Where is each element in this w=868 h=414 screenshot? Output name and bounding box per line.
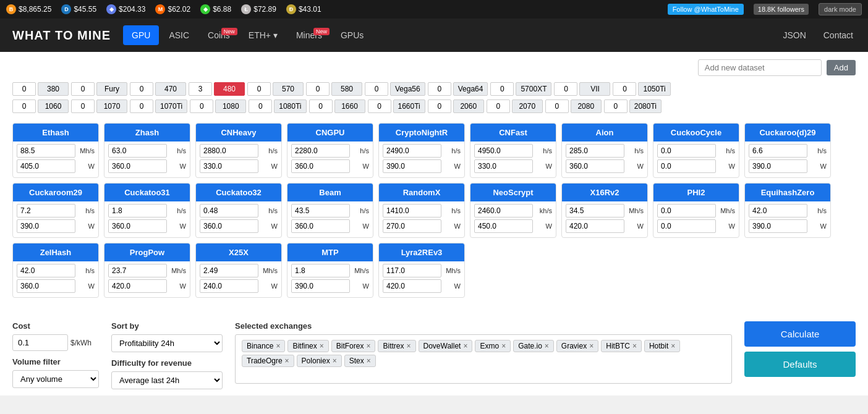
gpu-label-570[interactable]: 570	[273, 82, 304, 96]
algo-power-input[interactable]	[657, 219, 716, 233]
algo-hashrate-input[interactable]	[200, 144, 258, 158]
algo-power-input[interactable]	[749, 159, 807, 173]
algo-power-input[interactable]	[291, 159, 350, 173]
exchange-remove-binance[interactable]: ×	[276, 342, 280, 350]
algo-header-cuckaroom29[interactable]: Cuckaroom29	[13, 184, 98, 201]
algo-header-x25x[interactable]: X25X	[196, 243, 281, 261]
gpu-num-1660[interactable]	[309, 99, 333, 113]
algo-hashrate-input[interactable]	[474, 204, 533, 218]
gpu-num-470[interactable]	[130, 82, 153, 96]
algo-power-input[interactable]	[200, 219, 258, 233]
gpu-label-1080[interactable]: 1080	[215, 99, 246, 113]
algo-header-cngpu[interactable]: CNGPU	[287, 124, 373, 142]
gpu-num-1060[interactable]	[12, 99, 36, 113]
algo-header-zelhash[interactable]: ZelHash	[13, 243, 98, 261]
nav-gpus[interactable]: GPUs	[332, 25, 372, 45]
algo-hashrate-input[interactable]	[657, 204, 716, 218]
algo-power-input[interactable]	[657, 159, 716, 173]
gpu-num-vega64[interactable]	[428, 82, 451, 96]
algo-header-cuckaroo-d-29[interactable]: Cuckaroo(d)29	[745, 124, 830, 142]
algo-power-input[interactable]	[108, 159, 167, 173]
algo-power-input[interactable]	[383, 279, 441, 293]
algo-power-input[interactable]	[566, 219, 624, 233]
algo-header-mtp[interactable]: MTP	[287, 243, 373, 261]
gpu-num-vii[interactable]	[554, 82, 577, 96]
algo-hashrate-input[interactable]	[108, 144, 167, 158]
algo-header-cryptonightr[interactable]: CryptoNightR	[379, 124, 464, 142]
defaults-button[interactable]: Defaults	[744, 352, 856, 377]
gpu-num-1070[interactable]	[71, 99, 95, 113]
algo-hashrate-input[interactable]	[291, 264, 350, 277]
gpu-num-5700xt[interactable]	[490, 82, 514, 96]
algo-power-input[interactable]	[291, 279, 350, 293]
algo-power-input[interactable]	[200, 159, 258, 173]
gpu-label-vega56[interactable]: Vega56	[390, 82, 425, 96]
algo-hashrate-input[interactable]	[291, 204, 350, 218]
gpu-num-1050ti[interactable]	[613, 82, 636, 96]
dataset-add-button[interactable]: Add	[827, 60, 856, 75]
gpu-num-1080ti[interactable]	[249, 99, 272, 113]
algo-power-input[interactable]	[108, 279, 167, 293]
exchange-remove-gate-io[interactable]: ×	[545, 342, 549, 350]
gpu-label-480[interactable]: 480	[214, 82, 245, 96]
algo-hashrate-input[interactable]	[17, 264, 75, 277]
gpu-label-1660ti[interactable]: 1660Ti	[393, 99, 425, 113]
gpu-num-vega56[interactable]	[365, 82, 388, 96]
nav-contact[interactable]: Contact	[821, 25, 856, 45]
calculate-button[interactable]: Calculate	[744, 321, 856, 347]
gpu-label-380[interactable]: 380	[38, 82, 69, 96]
nav-gpu[interactable]: GPU	[123, 25, 159, 45]
gpu-label-1050ti[interactable]: 1050Ti	[638, 82, 670, 96]
algo-header-equihashzero[interactable]: EquihashZero	[745, 184, 830, 201]
algo-hashrate-input[interactable]	[108, 204, 167, 218]
algo-hashrate-input[interactable]	[749, 204, 807, 218]
exchange-remove-stex[interactable]: ×	[367, 357, 371, 365]
gpu-label-470[interactable]: 470	[155, 82, 186, 96]
gpu-num-2070[interactable]	[487, 99, 510, 113]
algo-header-x16rv2[interactable]: X16Rv2	[562, 184, 647, 201]
algo-power-input[interactable]	[474, 159, 533, 173]
exchange-remove-poloniex[interactable]: ×	[333, 357, 337, 365]
algo-hashrate-input[interactable]	[749, 144, 807, 158]
algo-power-input[interactable]	[383, 219, 441, 233]
nav-eth-plus[interactable]: ETH+ ▾	[240, 25, 286, 45]
algo-header-cnheavy[interactable]: CNHeavy	[196, 124, 281, 142]
algo-power-input[interactable]	[749, 219, 807, 233]
algo-header-zhash[interactable]: Zhash	[104, 124, 190, 142]
algo-hashrate-input[interactable]	[474, 144, 533, 158]
gpu-num-2060[interactable]	[428, 99, 451, 113]
gpu-num-2080[interactable]	[545, 99, 569, 113]
exchange-remove-exmo[interactable]: ×	[501, 342, 506, 350]
gpu-num-580[interactable]	[306, 82, 330, 96]
algo-hashrate-input[interactable]	[108, 264, 167, 277]
gpu-label-1070ti[interactable]: 1070Ti	[155, 99, 187, 113]
gpu-num-fury[interactable]	[71, 82, 95, 96]
gpu-num-480[interactable]	[189, 82, 212, 96]
gpu-num-1660ti[interactable]	[368, 99, 391, 113]
algo-hashrate-input[interactable]	[200, 204, 258, 218]
algo-header-aion[interactable]: Aion	[562, 124, 647, 142]
algo-header-randomx[interactable]: RandomX	[379, 184, 464, 201]
gpu-num-1070ti[interactable]	[130, 99, 153, 113]
gpu-label-2080ti[interactable]: 2080Ti	[629, 99, 662, 113]
exchange-remove-bitforex[interactable]: ×	[366, 342, 370, 350]
gpu-num-2080ti[interactable]	[604, 99, 628, 113]
gpu-label-2080[interactable]: 2080	[571, 99, 602, 113]
difficulty-select[interactable]: Average last 24h	[111, 371, 223, 389]
algo-header-cnfast[interactable]: CNFast	[470, 124, 556, 142]
gpu-label-vega64[interactable]: Vega64	[453, 82, 488, 96]
gpu-label-2070[interactable]: 2070	[512, 99, 543, 113]
gpu-label-vii[interactable]: VII	[579, 82, 610, 96]
gpu-label-580[interactable]: 580	[331, 82, 362, 96]
algo-power-input[interactable]	[566, 159, 624, 173]
algo-header-phi2[interactable]: PHI2	[653, 184, 739, 201]
algo-header-lyra2rev3[interactable]: Lyra2REv3	[379, 243, 464, 261]
exchange-remove-bittrex[interactable]: ×	[406, 342, 411, 350]
gpu-label-5700xt[interactable]: 5700XT	[516, 82, 551, 96]
exchange-remove-hitbtc[interactable]: ×	[632, 342, 637, 350]
algo-hashrate-input[interactable]	[291, 144, 350, 158]
nav-asic[interactable]: ASIC	[160, 25, 198, 45]
algo-power-input[interactable]	[17, 159, 75, 173]
dataset-input[interactable]	[698, 59, 822, 76]
gpu-label-1080ti[interactable]: 1080Ti	[274, 99, 306, 113]
